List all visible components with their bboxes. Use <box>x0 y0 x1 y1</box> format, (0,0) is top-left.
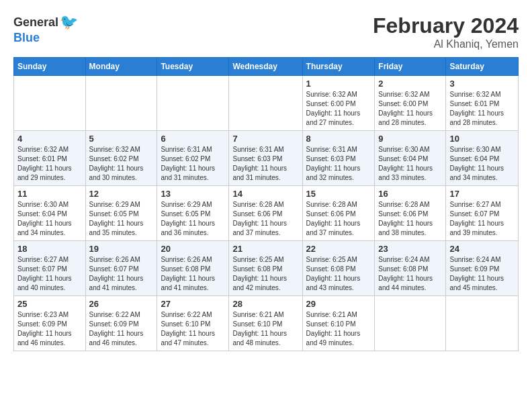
day-info: Sunrise: 6:23 AMSunset: 6:09 PMDaylight:… <box>17 310 82 348</box>
day-cell: 26Sunrise: 6:22 AMSunset: 6:09 PMDayligh… <box>85 296 157 351</box>
column-header-wednesday: Wednesday <box>229 58 302 76</box>
day-cell: 9Sunrise: 6:30 AMSunset: 6:04 PMDaylight… <box>375 131 446 186</box>
week-row-2: 4Sunrise: 6:32 AMSunset: 6:01 PMDaylight… <box>14 131 519 186</box>
day-cell <box>446 296 519 351</box>
day-number: 1 <box>306 79 371 89</box>
title-section: February 2024 Al Khaniq, Yemen <box>373 13 519 50</box>
day-number: 12 <box>89 189 154 199</box>
day-cell <box>375 296 446 351</box>
day-info: Sunrise: 6:30 AMSunset: 6:04 PMDaylight:… <box>17 200 82 238</box>
day-cell <box>85 76 157 131</box>
day-cell: 18Sunrise: 6:27 AMSunset: 6:07 PMDayligh… <box>14 241 86 296</box>
day-number: 7 <box>232 134 298 144</box>
day-info: Sunrise: 6:31 AMSunset: 6:02 PMDaylight:… <box>161 145 225 183</box>
header-row: SundayMondayTuesdayWednesdayThursdayFrid… <box>14 58 519 76</box>
day-cell <box>14 76 86 131</box>
day-number: 23 <box>378 244 442 254</box>
day-cell: 16Sunrise: 6:28 AMSunset: 6:06 PMDayligh… <box>375 186 446 241</box>
day-info: Sunrise: 6:32 AMSunset: 6:02 PMDaylight:… <box>89 145 154 183</box>
day-number: 5 <box>89 134 154 144</box>
day-info: Sunrise: 6:24 AMSunset: 6:09 PMDaylight:… <box>449 255 515 293</box>
day-info: Sunrise: 6:25 AMSunset: 6:08 PMDaylight:… <box>306 255 371 293</box>
day-number: 9 <box>378 134 442 144</box>
day-cell: 3Sunrise: 6:32 AMSunset: 6:01 PMDaylight… <box>446 76 519 131</box>
day-info: Sunrise: 6:28 AMSunset: 6:06 PMDaylight:… <box>306 200 371 238</box>
day-number: 13 <box>161 189 225 199</box>
day-info: Sunrise: 6:32 AMSunset: 6:00 PMDaylight:… <box>378 90 442 128</box>
column-header-saturday: Saturday <box>446 58 519 76</box>
day-cell: 7Sunrise: 6:31 AMSunset: 6:03 PMDaylight… <box>229 131 302 186</box>
day-cell: 17Sunrise: 6:27 AMSunset: 6:07 PMDayligh… <box>446 186 519 241</box>
day-cell <box>229 76 302 131</box>
day-cell: 19Sunrise: 6:26 AMSunset: 6:07 PMDayligh… <box>85 241 157 296</box>
day-number: 16 <box>378 189 442 199</box>
day-cell: 12Sunrise: 6:29 AMSunset: 6:05 PMDayligh… <box>85 186 157 241</box>
column-header-monday: Monday <box>85 58 157 76</box>
day-number: 4 <box>17 134 82 144</box>
calendar-table: SundayMondayTuesdayWednesdayThursdayFrid… <box>13 57 519 351</box>
day-number: 29 <box>306 299 371 309</box>
day-cell: 14Sunrise: 6:28 AMSunset: 6:06 PMDayligh… <box>229 186 302 241</box>
day-cell: 20Sunrise: 6:26 AMSunset: 6:08 PMDayligh… <box>157 241 229 296</box>
day-info: Sunrise: 6:32 AMSunset: 6:01 PMDaylight:… <box>449 90 515 128</box>
logo-blue: Blue <box>13 31 40 45</box>
day-cell: 21Sunrise: 6:25 AMSunset: 6:08 PMDayligh… <box>229 241 302 296</box>
column-header-friday: Friday <box>375 58 446 76</box>
day-cell: 23Sunrise: 6:24 AMSunset: 6:08 PMDayligh… <box>375 241 446 296</box>
day-number: 2 <box>378 79 442 89</box>
day-info: Sunrise: 6:32 AMSunset: 6:01 PMDaylight:… <box>17 145 82 183</box>
day-cell: 29Sunrise: 6:21 AMSunset: 6:10 PMDayligh… <box>302 296 375 351</box>
calendar-subtitle: Al Khaniq, Yemen <box>373 38 519 50</box>
week-row-5: 25Sunrise: 6:23 AMSunset: 6:09 PMDayligh… <box>14 296 519 351</box>
day-info: Sunrise: 6:22 AMSunset: 6:10 PMDaylight:… <box>161 310 225 348</box>
day-number: 21 <box>232 244 298 254</box>
day-number: 19 <box>89 244 154 254</box>
week-row-1: 1Sunrise: 6:32 AMSunset: 6:00 PMDaylight… <box>14 76 519 131</box>
day-number: 8 <box>306 134 371 144</box>
day-info: Sunrise: 6:25 AMSunset: 6:08 PMDaylight:… <box>232 255 298 293</box>
day-info: Sunrise: 6:30 AMSunset: 6:04 PMDaylight:… <box>449 145 515 183</box>
day-number: 20 <box>161 244 225 254</box>
day-info: Sunrise: 6:26 AMSunset: 6:07 PMDaylight:… <box>89 255 154 293</box>
day-cell: 1Sunrise: 6:32 AMSunset: 6:00 PMDaylight… <box>302 76 375 131</box>
day-info: Sunrise: 6:30 AMSunset: 6:04 PMDaylight:… <box>378 145 442 183</box>
day-number: 17 <box>449 189 515 199</box>
day-cell: 28Sunrise: 6:21 AMSunset: 6:10 PMDayligh… <box>229 296 302 351</box>
logo-general: General <box>13 15 58 30</box>
day-cell: 13Sunrise: 6:29 AMSunset: 6:05 PMDayligh… <box>157 186 229 241</box>
day-info: Sunrise: 6:29 AMSunset: 6:05 PMDaylight:… <box>89 200 154 238</box>
day-info: Sunrise: 6:27 AMSunset: 6:07 PMDaylight:… <box>449 200 515 238</box>
day-cell: 15Sunrise: 6:28 AMSunset: 6:06 PMDayligh… <box>302 186 375 241</box>
day-number: 28 <box>232 299 298 309</box>
week-row-4: 18Sunrise: 6:27 AMSunset: 6:07 PMDayligh… <box>14 241 519 296</box>
day-number: 24 <box>449 244 515 254</box>
calendar-title: February 2024 <box>373 13 519 38</box>
day-info: Sunrise: 6:24 AMSunset: 6:08 PMDaylight:… <box>378 255 442 293</box>
day-number: 3 <box>449 79 515 89</box>
day-cell <box>157 76 229 131</box>
header: General 🐦 Blue February 2024 Al Khaniq, … <box>13 13 519 50</box>
column-header-sunday: Sunday <box>14 58 86 76</box>
day-number: 15 <box>306 189 371 199</box>
day-info: Sunrise: 6:29 AMSunset: 6:05 PMDaylight:… <box>161 200 225 238</box>
day-number: 22 <box>306 244 371 254</box>
day-number: 25 <box>17 299 82 309</box>
day-number: 14 <box>232 189 298 199</box>
day-cell: 5Sunrise: 6:32 AMSunset: 6:02 PMDaylight… <box>85 131 157 186</box>
day-info: Sunrise: 6:31 AMSunset: 6:03 PMDaylight:… <box>232 145 298 183</box>
day-info: Sunrise: 6:21 AMSunset: 6:10 PMDaylight:… <box>306 310 371 348</box>
day-number: 10 <box>449 134 515 144</box>
day-number: 18 <box>17 244 82 254</box>
day-cell: 24Sunrise: 6:24 AMSunset: 6:09 PMDayligh… <box>446 241 519 296</box>
day-cell: 4Sunrise: 6:32 AMSunset: 6:01 PMDaylight… <box>14 131 86 186</box>
day-info: Sunrise: 6:28 AMSunset: 6:06 PMDaylight:… <box>232 200 298 238</box>
logo: General 🐦 Blue <box>13 13 78 45</box>
day-number: 26 <box>89 299 154 309</box>
day-cell: 25Sunrise: 6:23 AMSunset: 6:09 PMDayligh… <box>14 296 86 351</box>
day-cell: 27Sunrise: 6:22 AMSunset: 6:10 PMDayligh… <box>157 296 229 351</box>
day-info: Sunrise: 6:22 AMSunset: 6:09 PMDaylight:… <box>89 310 154 348</box>
column-header-tuesday: Tuesday <box>157 58 229 76</box>
day-info: Sunrise: 6:31 AMSunset: 6:03 PMDaylight:… <box>306 145 371 183</box>
week-row-3: 11Sunrise: 6:30 AMSunset: 6:04 PMDayligh… <box>14 186 519 241</box>
day-info: Sunrise: 6:32 AMSunset: 6:00 PMDaylight:… <box>306 90 371 128</box>
